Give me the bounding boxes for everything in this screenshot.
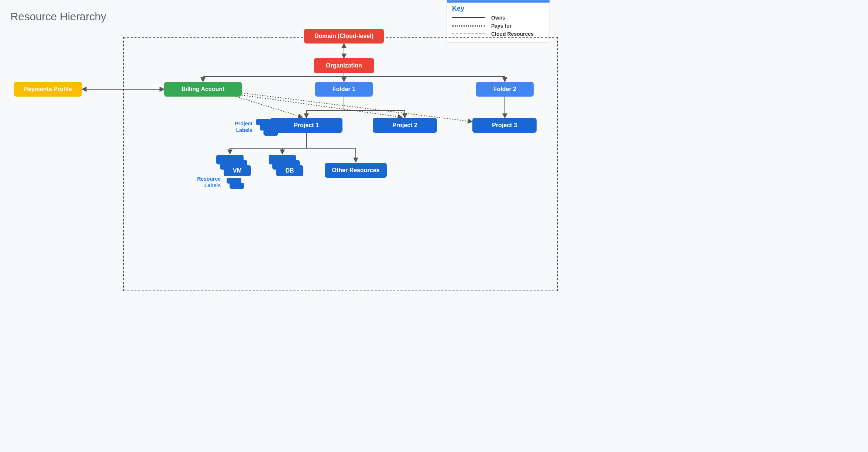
node-billing-account: Billing Account [164,82,242,97]
node-vm: VM [224,165,251,176]
node-folder-1: Folder 1 [315,82,373,97]
legend-heading: Key [452,5,544,13]
vm-label-chip [230,183,244,189]
legend-owns-label: Owns [491,15,505,21]
project-labels-text: ProjectLabels [227,120,252,133]
node-project-3: Project 3 [472,118,537,133]
legend-line-solid-icon [452,17,485,18]
legend-row-cloud: Cloud Resources [452,31,544,37]
legend-row-owns: Owns [452,15,544,21]
project-labels-chip [264,129,278,136]
page-title: Resource Hierarchy [10,10,106,23]
legend-cloud-label: Cloud Resources [491,31,534,37]
node-payments-profile: Payments Profile [14,82,82,97]
legend-row-paysfor: Pays for [452,23,544,29]
legend-panel: Key Owns Pays for Cloud Resources [447,0,550,43]
node-db: DB [276,165,303,176]
node-project-2: Project 2 [373,118,437,133]
node-folder-2: Folder 2 [476,82,534,97]
node-organization: Organization [314,58,374,73]
node-other-resources: Other Resources [325,163,387,178]
resource-labels-text: ResourceLabels [187,175,221,189]
node-domain: Domain (Cloud-level) [304,29,384,44]
legend-paysfor-label: Pays for [491,23,512,29]
node-project-1: Project 1 [270,118,342,133]
legend-line-dashed-icon [452,34,485,34]
legend-line-dotted-icon [452,25,485,27]
